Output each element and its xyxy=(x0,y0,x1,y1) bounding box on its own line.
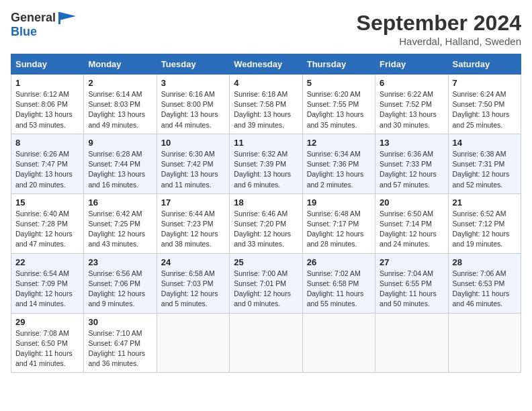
day-number: 9 xyxy=(88,138,152,148)
day-info: Sunrise: 6:18 AMSunset: 7:58 PMDaylight:… xyxy=(234,89,298,130)
calendar-cell: 18Sunrise: 6:46 AMSunset: 7:20 PMDayligh… xyxy=(230,193,302,253)
day-number: 25 xyxy=(234,257,298,267)
col-saturday: Saturday xyxy=(448,54,521,75)
day-number: 28 xyxy=(453,257,517,267)
col-wednesday: Wednesday xyxy=(230,54,302,75)
calendar-cell: 7Sunrise: 6:24 AMSunset: 7:50 PMDaylight… xyxy=(448,75,521,134)
day-number: 30 xyxy=(88,317,152,327)
calendar-cell: 10Sunrise: 6:30 AMSunset: 7:42 PMDayligh… xyxy=(157,134,229,193)
calendar-week-row: 8Sunrise: 6:26 AMSunset: 7:47 PMDaylight… xyxy=(11,134,521,193)
calendar-cell: 4Sunrise: 6:18 AMSunset: 7:58 PMDaylight… xyxy=(230,75,302,134)
day-info: Sunrise: 7:00 AMSunset: 7:01 PMDaylight:… xyxy=(234,269,298,310)
day-info: Sunrise: 6:36 AMSunset: 7:33 PMDaylight:… xyxy=(380,149,443,190)
day-info: Sunrise: 6:56 AMSunset: 7:06 PMDaylight:… xyxy=(88,269,152,310)
day-info: Sunrise: 6:28 AMSunset: 7:44 PMDaylight:… xyxy=(88,149,152,190)
col-thursday: Thursday xyxy=(302,54,375,75)
col-tuesday: Tuesday xyxy=(157,54,229,75)
calendar-cell: 26Sunrise: 7:02 AMSunset: 6:58 PMDayligh… xyxy=(302,253,375,313)
day-info: Sunrise: 6:50 AMSunset: 7:14 PMDaylight:… xyxy=(380,209,443,250)
day-info: Sunrise: 6:22 AMSunset: 7:52 PMDaylight:… xyxy=(380,89,443,130)
day-number: 6 xyxy=(380,78,443,88)
day-number: 29 xyxy=(15,317,79,327)
calendar-cell: 11Sunrise: 6:32 AMSunset: 7:39 PMDayligh… xyxy=(230,134,302,193)
day-info: Sunrise: 7:02 AMSunset: 6:58 PMDaylight:… xyxy=(307,269,371,310)
day-info: Sunrise: 6:30 AMSunset: 7:42 PMDaylight:… xyxy=(161,149,225,190)
calendar-cell: 14Sunrise: 6:38 AMSunset: 7:31 PMDayligh… xyxy=(448,134,521,193)
day-info: Sunrise: 6:58 AMSunset: 7:03 PMDaylight:… xyxy=(161,269,225,310)
day-info: Sunrise: 6:26 AMSunset: 7:47 PMDaylight:… xyxy=(15,149,79,190)
location-title: Haverdal, Halland, Sweden xyxy=(357,36,521,47)
calendar-cell: 1Sunrise: 6:12 AMSunset: 8:06 PMDaylight… xyxy=(11,75,84,134)
calendar-cell: 3Sunrise: 6:16 AMSunset: 8:00 PMDaylight… xyxy=(157,75,229,134)
page-header: General Blue September 2024 Haverdal, Ha… xyxy=(11,11,521,47)
day-info: Sunrise: 6:24 AMSunset: 7:50 PMDaylight:… xyxy=(453,89,517,130)
day-info: Sunrise: 6:44 AMSunset: 7:23 PMDaylight:… xyxy=(161,209,225,250)
calendar-cell: 21Sunrise: 6:52 AMSunset: 7:12 PMDayligh… xyxy=(448,193,521,253)
day-info: Sunrise: 6:38 AMSunset: 7:31 PMDaylight:… xyxy=(453,149,517,190)
day-info: Sunrise: 6:40 AMSunset: 7:28 PMDaylight:… xyxy=(15,209,79,250)
day-number: 8 xyxy=(15,138,79,148)
day-info: Sunrise: 6:16 AMSunset: 8:00 PMDaylight:… xyxy=(161,89,225,130)
day-number: 4 xyxy=(234,78,298,88)
calendar-cell: 24Sunrise: 6:58 AMSunset: 7:03 PMDayligh… xyxy=(157,253,229,313)
day-info: Sunrise: 6:52 AMSunset: 7:12 PMDaylight:… xyxy=(453,209,517,250)
day-info: Sunrise: 6:14 AMSunset: 8:03 PMDaylight:… xyxy=(88,89,152,130)
calendar-cell: 15Sunrise: 6:40 AMSunset: 7:28 PMDayligh… xyxy=(11,193,84,253)
day-number: 3 xyxy=(161,78,225,88)
calendar-cell xyxy=(302,313,375,373)
logo: General Blue xyxy=(11,11,76,39)
day-number: 1 xyxy=(15,78,79,88)
calendar-week-row: 15Sunrise: 6:40 AMSunset: 7:28 PMDayligh… xyxy=(11,193,521,253)
title-block: September 2024 Haverdal, Halland, Sweden xyxy=(357,11,521,47)
calendar-cell: 22Sunrise: 6:54 AMSunset: 7:09 PMDayligh… xyxy=(11,253,84,313)
logo-flag-icon xyxy=(57,11,76,26)
day-number: 22 xyxy=(15,257,79,267)
calendar-cell: 8Sunrise: 6:26 AMSunset: 7:47 PMDaylight… xyxy=(11,134,84,193)
calendar-week-row: 22Sunrise: 6:54 AMSunset: 7:09 PMDayligh… xyxy=(11,253,521,313)
calendar-cell: 13Sunrise: 6:36 AMSunset: 7:33 PMDayligh… xyxy=(375,134,448,193)
calendar-week-row: 1Sunrise: 6:12 AMSunset: 8:06 PMDaylight… xyxy=(11,75,521,134)
day-info: Sunrise: 7:04 AMSunset: 6:55 PMDaylight:… xyxy=(380,269,443,310)
day-number: 13 xyxy=(380,138,443,148)
day-number: 27 xyxy=(380,257,443,267)
day-info: Sunrise: 6:20 AMSunset: 7:55 PMDaylight:… xyxy=(307,89,371,130)
day-number: 26 xyxy=(307,257,371,267)
day-number: 17 xyxy=(161,197,225,208)
day-info: Sunrise: 6:48 AMSunset: 7:17 PMDaylight:… xyxy=(307,209,371,250)
calendar-cell: 6Sunrise: 6:22 AMSunset: 7:52 PMDaylight… xyxy=(375,75,448,134)
calendar-cell: 5Sunrise: 6:20 AMSunset: 7:55 PMDaylight… xyxy=(302,75,375,134)
day-number: 20 xyxy=(380,197,443,208)
calendar-cell: 17Sunrise: 6:44 AMSunset: 7:23 PMDayligh… xyxy=(157,193,229,253)
day-number: 10 xyxy=(161,138,225,148)
calendar-cell xyxy=(448,313,521,373)
col-friday: Friday xyxy=(375,54,448,75)
col-sunday: Sunday xyxy=(11,54,84,75)
day-info: Sunrise: 6:54 AMSunset: 7:09 PMDaylight:… xyxy=(15,269,79,310)
calendar-cell: 19Sunrise: 6:48 AMSunset: 7:17 PMDayligh… xyxy=(302,193,375,253)
day-number: 7 xyxy=(453,78,517,88)
day-number: 19 xyxy=(307,197,371,208)
calendar-week-row: 29Sunrise: 7:08 AMSunset: 6:50 PMDayligh… xyxy=(11,313,521,373)
calendar-cell xyxy=(157,313,229,373)
calendar-cell: 30Sunrise: 7:10 AMSunset: 6:47 PMDayligh… xyxy=(84,313,157,373)
day-info: Sunrise: 6:46 AMSunset: 7:20 PMDaylight:… xyxy=(234,209,298,250)
day-number: 15 xyxy=(15,197,79,208)
calendar-cell: 9Sunrise: 6:28 AMSunset: 7:44 PMDaylight… xyxy=(84,134,157,193)
calendar-cell: 25Sunrise: 7:00 AMSunset: 7:01 PMDayligh… xyxy=(230,253,302,313)
calendar-cell xyxy=(375,313,448,373)
calendar-cell: 23Sunrise: 6:56 AMSunset: 7:06 PMDayligh… xyxy=(84,253,157,313)
calendar-cell: 27Sunrise: 7:04 AMSunset: 6:55 PMDayligh… xyxy=(375,253,448,313)
logo-blue-text: Blue xyxy=(11,26,37,39)
calendar-cell: 16Sunrise: 6:42 AMSunset: 7:25 PMDayligh… xyxy=(84,193,157,253)
day-info: Sunrise: 6:34 AMSunset: 7:36 PMDaylight:… xyxy=(307,149,371,190)
day-number: 12 xyxy=(307,138,371,148)
day-info: Sunrise: 7:10 AMSunset: 6:47 PMDaylight:… xyxy=(88,328,152,369)
day-number: 18 xyxy=(234,197,298,208)
day-number: 11 xyxy=(234,138,298,148)
day-number: 16 xyxy=(88,197,152,208)
month-title: September 2024 xyxy=(357,11,521,36)
svg-rect-1 xyxy=(58,12,60,24)
calendar-cell: 2Sunrise: 6:14 AMSunset: 8:03 PMDaylight… xyxy=(84,75,157,134)
day-number: 5 xyxy=(307,78,371,88)
col-monday: Monday xyxy=(84,54,157,75)
